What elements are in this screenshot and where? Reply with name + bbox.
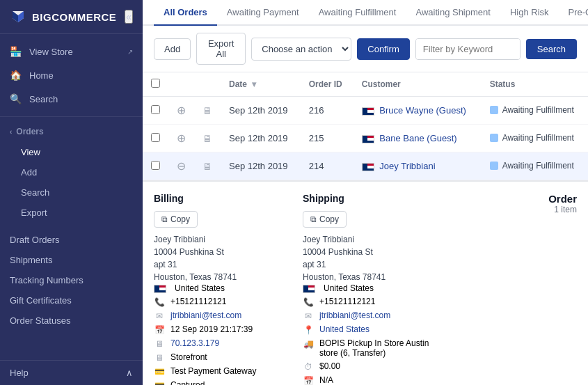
billing-email[interactable]: jtribbiani@test.com <box>170 311 241 320</box>
row-date: Sep 12th 2019 <box>221 97 301 125</box>
customer-link[interactable]: Joey Tribbiani <box>379 161 435 171</box>
billing-ip[interactable]: 70.123.3.179 <box>170 338 219 348</box>
tab-awaiting-fulfillment[interactable]: Awaiting Fulfillment <box>309 0 406 26</box>
row-checkbox[interactable] <box>151 161 160 170</box>
email-icon: ✉ <box>303 311 314 321</box>
sidebar-item-order-statuses[interactable]: Order Statuses <box>0 311 143 331</box>
sidebar-item-home[interactable]: 🏠 Home <box>0 63 143 87</box>
add-button[interactable]: Add <box>154 38 191 60</box>
action-select[interactable]: Choose an action <box>251 38 351 61</box>
billing-copy-button[interactable]: ⧉ Copy <box>154 211 198 228</box>
sidebar-item-gift-certificates[interactable]: Gift Certificates <box>0 290 143 311</box>
shipping-copy-button[interactable]: ⧉ Copy <box>303 211 347 228</box>
order-id-header[interactable]: Order ID <box>301 72 353 97</box>
billing-storefront-row: 🖥 Storefront <box>154 352 292 363</box>
help-label: Help <box>10 368 29 378</box>
store-icon: 🏪 <box>10 46 22 57</box>
export-all-button[interactable]: Export All <box>196 33 246 65</box>
status-text: Awaiting Fulfillment <box>502 105 574 115</box>
customer-link[interactable]: Bane Bane (Guest) <box>379 133 456 143</box>
table-row: ⊖ 🖥 Sep 12th 2019 214 Joey Tribbiani <box>143 152 588 180</box>
billing-storefront: Storefront <box>170 352 207 362</box>
device-icon: 🖥 <box>202 105 212 116</box>
shipping-title: Shipping <box>303 193 440 204</box>
shipping-method-row: 🚚 BOPIS Pickup In Store Austin store (6,… <box>303 338 440 358</box>
add-row-icon[interactable]: ⊕ <box>177 104 186 116</box>
orders-section: ‹ Orders View Add Search Export <box>0 116 143 227</box>
billing-name: Joey Tribbiani <box>154 233 292 246</box>
row-device-cell: 🖥 <box>194 125 221 152</box>
shipping-country-row: United States <box>303 283 440 293</box>
status-badge: Awaiting Fulfillment <box>490 105 574 115</box>
sidebar-item-shipments[interactable]: Shipments <box>0 250 143 270</box>
billing-payment: Test Payment Gateway <box>170 366 256 376</box>
tab-awaiting-payment[interactable]: Awaiting Payment <box>217 0 309 26</box>
confirm-button[interactable]: Confirm <box>357 38 410 60</box>
billing-title: Billing <box>154 193 292 204</box>
sidebar-item-export[interactable]: Export <box>0 203 143 223</box>
shipping-city-state-zip: Houston, Texas 78741 <box>303 271 440 283</box>
device-col-header <box>194 72 221 97</box>
sidebar: BIGCOMMERCE « 🏪 View Store ↗ 🏠 Home 🔍 Se… <box>0 0 143 385</box>
billing-phone: +15121112121 <box>170 297 226 306</box>
sidebar-item-draft-orders[interactable]: Draft Orders <box>0 230 143 250</box>
sidebar-item-search[interactable]: 🔍 Search <box>0 87 143 111</box>
calendar-icon: 📅 <box>303 376 314 385</box>
table-row: ⊕ 🖥 Sep 12th 2019 216 Bruce Wayne (Guest… <box>143 97 588 125</box>
search-button[interactable]: Search <box>526 39 577 59</box>
shipping-address: Joey Tribbiani 10004 Pushkina St apt 31 … <box>303 233 440 283</box>
status-header[interactable]: Status <box>482 72 588 97</box>
collapse-sidebar-button[interactable]: « <box>125 10 133 24</box>
sidebar-item-view-store[interactable]: 🏪 View Store ↗ <box>0 40 143 63</box>
shipping-phone-row: 📞 +15121112121 <box>303 297 440 307</box>
billing-address: Joey Tribbiani 10004 Pushkina St apt 31 … <box>154 233 292 283</box>
remove-row-icon[interactable]: ⊖ <box>177 160 186 172</box>
sidebar-item-tracking-numbers[interactable]: Tracking Numbers <box>0 270 143 290</box>
row-date: Sep 12th 2019 <box>221 125 301 152</box>
row-checkbox[interactable] <box>151 133 160 142</box>
clear-filter-button[interactable]: ✕ <box>514 39 521 59</box>
shipping-location-row: 📍 United States <box>303 324 440 335</box>
shipping-address1: 10004 Pushkina St <box>303 246 440 258</box>
home-icon: 🏠 <box>10 70 22 81</box>
sidebar-item-add[interactable]: Add <box>0 162 143 182</box>
sidebar-nav: 🏪 View Store ↗ 🏠 Home 🔍 Search <box>0 34 143 116</box>
row-customer: Bruce Wayne (Guest) <box>353 97 482 125</box>
sidebar-item-view[interactable]: View <box>0 142 143 162</box>
payment-status-icon: 💳 <box>154 381 165 385</box>
shipping-location[interactable]: United States <box>319 324 370 334</box>
status-badge: Awaiting Fulfillment <box>490 161 574 171</box>
billing-ip-row: 🖥 70.123.3.179 <box>154 338 292 349</box>
tab-high-risk[interactable]: High Risk <box>500 0 559 26</box>
tab-pre-orders[interactable]: Pre-Orders <box>559 0 588 26</box>
shipping-email[interactable]: jtribbiani@test.com <box>319 311 390 320</box>
clock-icon: ⏱ <box>303 362 314 372</box>
orders-section-header[interactable]: ‹ Orders <box>0 121 143 142</box>
add-row-icon[interactable]: ⊕ <box>177 132 186 144</box>
logo-text: BIGCOMMERCE <box>32 11 116 23</box>
row-checkbox[interactable] <box>151 105 160 114</box>
row-customer: Joey Tribbiani <box>353 152 482 180</box>
billing-payment-row: 💳 Test Payment Gateway <box>154 366 292 377</box>
copy-icon: ⧉ <box>161 214 168 224</box>
billing-date: 12 Sep 2019 21:17:39 <box>170 324 253 334</box>
shipping-flag-icon <box>303 285 315 293</box>
billing-email-row: ✉ jtribbiani@test.com <box>154 311 292 321</box>
shipping-phone: +15121112121 <box>319 297 375 306</box>
sidebar-footer[interactable]: Help ∧ <box>0 360 143 385</box>
row-date: Sep 12th 2019 <box>221 152 301 180</box>
select-all-checkbox[interactable] <box>151 79 160 88</box>
shipping-cost: $0.00 <box>319 361 340 371</box>
add-col-header <box>168 72 194 97</box>
customer-link[interactable]: Bruce Wayne (Guest) <box>379 105 466 116</box>
keyword-input[interactable] <box>416 39 514 59</box>
tab-awaiting-shipment[interactable]: Awaiting Shipment <box>406 0 500 26</box>
row-status: Awaiting Fulfillment <box>482 152 588 180</box>
sidebar-item-search-orders[interactable]: Search <box>0 182 143 203</box>
status-text: Awaiting Fulfillment <box>502 133 574 143</box>
customer-header[interactable]: Customer <box>353 72 482 97</box>
date-header[interactable]: Date ▾ <box>221 72 301 97</box>
order-detail-panel: Billing ⧉ Copy Joey Tribbiani 10004 Push… <box>143 180 588 385</box>
main-content: All Orders Awaiting Payment Awaiting Ful… <box>143 0 588 385</box>
tab-all-orders[interactable]: All Orders <box>154 0 217 26</box>
